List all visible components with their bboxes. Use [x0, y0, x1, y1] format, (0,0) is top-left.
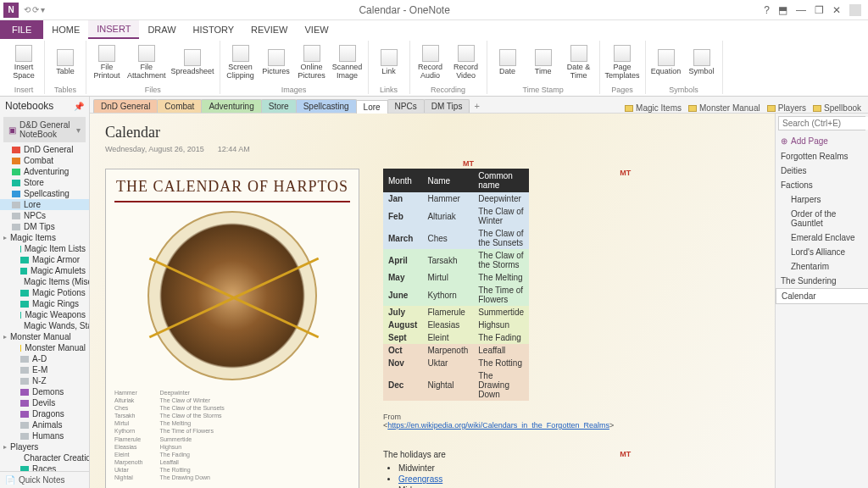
section-group-link[interactable]: Magic Items	[625, 103, 682, 113]
tree-node[interactable]: Magic Items (Misc)	[0, 276, 89, 287]
section-tabs: DnD GeneralCombatAdventuringStoreSpellca…	[90, 97, 868, 114]
tree-node[interactable]: Humans	[0, 430, 89, 441]
menu-tab-draw[interactable]: DRAW	[139, 20, 184, 39]
tree-node[interactable]: Magic Rings	[0, 298, 89, 309]
tree-node[interactable]: Combat	[0, 155, 89, 166]
page-list-item[interactable]: Factions	[776, 178, 868, 192]
tree-node[interactable]: Races	[0, 463, 89, 471]
ribbon-table[interactable]: Table	[50, 41, 81, 84]
add-section[interactable]: +	[469, 99, 484, 113]
menu-tab-history[interactable]: HISTORY	[185, 20, 243, 39]
tree-node[interactable]: Magic Potions	[0, 287, 89, 298]
tree-node[interactable]: Magic Weapons	[0, 309, 89, 320]
ribbon-scanned-image[interactable]: Scanned Image	[332, 41, 363, 84]
tree-node[interactable]: Magic Armor	[0, 254, 89, 265]
page-title[interactable]: Calendar	[105, 124, 760, 141]
tree-node[interactable]: Lore	[0, 199, 89, 210]
page-list-item[interactable]: Zhentarim	[776, 259, 868, 274]
section-group-link[interactable]: Spellbook	[813, 103, 861, 113]
ribbon-file-attachment[interactable]: File Attachment	[127, 41, 166, 84]
ribbon-link[interactable]: Link	[374, 41, 404, 84]
menu-tab-review[interactable]: REVIEW	[242, 20, 296, 39]
menu-tab-home[interactable]: HOME	[43, 20, 88, 39]
quick-notes[interactable]: 📄Quick Notes	[0, 471, 89, 488]
page-canvas[interactable]: Calendar Wednesday, August 26, 201512:44…	[90, 114, 775, 488]
ribbon-online-pictures[interactable]: Online Pictures	[297, 41, 327, 84]
tree-node[interactable]: NPCs	[0, 210, 89, 221]
ribbon-page-templates[interactable]: Page Templates	[605, 41, 640, 84]
pin-icon[interactable]: 📌	[74, 102, 84, 111]
menu-tab-insert[interactable]: INSERT	[88, 20, 139, 39]
page-list-item[interactable]: Emerald Enclave	[776, 230, 868, 245]
table-row: DecNightalThe Drawing Down	[383, 369, 529, 401]
section-tab[interactable]: DM Tips	[424, 99, 470, 113]
ribbon-time[interactable]: Time	[528, 41, 559, 84]
ribbon-spreadsheet[interactable]: Spreadsheet	[171, 41, 214, 84]
page-list-item[interactable]: Forgotten Realms	[776, 149, 868, 164]
menu-tab-view[interactable]: VIEW	[296, 20, 337, 39]
page-list-item[interactable]: The Sundering	[776, 274, 868, 288]
tree-node[interactable]: A-D	[0, 353, 89, 364]
tree-node[interactable]: Magic Wands, Staves	[0, 320, 89, 331]
qat[interactable]: ⟲⟳▾	[24, 5, 45, 14]
ribbon-screen-clipping[interactable]: Screen Clipping	[225, 41, 256, 84]
notebook-selector[interactable]: ▣D&D General NoteBook	[3, 117, 86, 142]
tree-node[interactable]: Monster Manual	[0, 342, 89, 353]
close-icon[interactable]: ✕	[832, 4, 841, 16]
holidays-title: The holidays are	[383, 450, 446, 459]
help-icon[interactable]: ?	[764, 4, 770, 16]
search-box[interactable]: 🔍 ▾	[778, 116, 865, 130]
tree-node[interactable]: Store	[0, 177, 89, 188]
section-tab[interactable]: DnD General	[93, 99, 158, 113]
section-tab[interactable]: Lore	[356, 100, 388, 114]
page-list-item[interactable]: Calendar	[776, 288, 868, 304]
section-tab[interactable]: Combat	[157, 99, 202, 113]
calendar-wheel-graphic	[147, 211, 317, 380]
tree-node[interactable]: ▸Players	[0, 441, 89, 452]
section-group-link[interactable]: Players	[767, 103, 806, 113]
tree-node[interactable]: Devils	[0, 397, 89, 408]
tree-node[interactable]: DnD General	[0, 144, 89, 155]
ribbon-equation[interactable]: Equation	[651, 41, 682, 84]
page-list-item[interactable]: Order of the Gauntlet	[776, 207, 868, 230]
tree-node[interactable]: Magic Amulets	[0, 265, 89, 276]
tree-node[interactable]: Spellcasting	[0, 188, 89, 199]
ribbon-pictures[interactable]: Pictures	[261, 41, 292, 84]
page-list-item[interactable]: Harpers	[776, 192, 868, 207]
add-page[interactable]: ⊕Add Page	[776, 133, 868, 149]
section-tab[interactable]: NPCs	[387, 99, 425, 113]
ribbon-insert-space[interactable]: Insert Space	[8, 41, 39, 84]
ribbon-symbol[interactable]: Symbol	[687, 41, 717, 84]
tree-node[interactable]: DM Tips	[0, 221, 89, 232]
tree-node[interactable]: N-Z	[0, 375, 89, 386]
file-menu[interactable]: FILE	[0, 20, 43, 39]
tree-node[interactable]: E-M	[0, 364, 89, 375]
tree-node[interactable]: ▸Monster Manual	[0, 331, 89, 342]
ribbon-date[interactable]: Date	[492, 41, 523, 84]
section-tab[interactable]: Store	[261, 99, 297, 113]
ribbon-record-audio[interactable]: Record Audio	[415, 41, 446, 84]
tree-node[interactable]: Animals	[0, 419, 89, 430]
ribbon-toggle-icon[interactable]: ⬒	[778, 4, 787, 16]
page-list-item[interactable]: Deities	[776, 164, 868, 178]
minimize-icon[interactable]: ―	[796, 4, 806, 16]
tree-node[interactable]: Magic Item Lists	[0, 243, 89, 254]
section-group-link[interactable]: Monster Manual	[688, 103, 760, 113]
tree-node[interactable]: Adventuring	[0, 166, 89, 177]
section-tab[interactable]: Adventuring	[201, 99, 261, 113]
ribbon-file-printout[interactable]: File Printout	[92, 41, 122, 84]
maximize-icon[interactable]: ❐	[815, 4, 824, 16]
tree-node[interactable]: Dragons	[0, 408, 89, 419]
tree-node[interactable]: Character Creation	[0, 452, 89, 463]
search-input[interactable]	[779, 117, 868, 130]
source-link[interactable]: https://en.wikipedia.org/wiki/Calendars_…	[387, 421, 609, 430]
ribbon-date-&-time[interactable]: Date & Time	[564, 41, 594, 84]
table-row: FebAlturiakThe Claw of Winter	[383, 205, 529, 227]
account-icon[interactable]	[849, 4, 861, 16]
ribbon-record-video[interactable]: Record Video	[451, 41, 481, 84]
section-tab[interactable]: Spellcasting	[296, 99, 357, 113]
tree-node[interactable]: ▸Magic Items	[0, 232, 89, 243]
table-row: JanHammerDeepwinter	[383, 192, 529, 205]
page-list-item[interactable]: Lord's Alliance	[776, 245, 868, 259]
tree-node[interactable]: Demons	[0, 386, 89, 397]
